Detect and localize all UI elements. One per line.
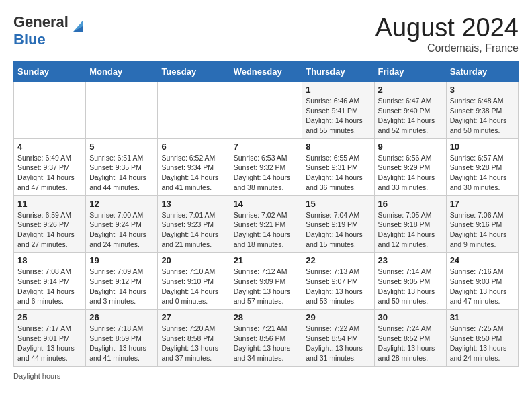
- calendar-cell: 9Sunrise: 6:56 AMSunset: 9:29 PMDaylight…: [374, 138, 446, 195]
- day-number: 31: [450, 312, 515, 322]
- calendar-day-header: Thursday: [302, 62, 374, 82]
- calendar-cell: 21Sunrise: 7:12 AMSunset: 9:09 PMDayligh…: [230, 253, 302, 310]
- daylight-label: Daylight hours: [13, 372, 60, 380]
- calendar-cell: 27Sunrise: 7:20 AMSunset: 8:58 PMDayligh…: [158, 310, 230, 367]
- day-info: Sunrise: 7:10 AMSunset: 9:10 PMDaylight:…: [161, 267, 226, 306]
- calendar-cell: 1Sunrise: 6:46 AMSunset: 9:41 PMDaylight…: [302, 82, 374, 139]
- day-info: Sunrise: 6:57 AMSunset: 9:28 PMDaylight:…: [450, 153, 515, 193]
- calendar-cell: 22Sunrise: 7:13 AMSunset: 9:07 PMDayligh…: [302, 253, 374, 310]
- calendar-cell: 24Sunrise: 7:16 AMSunset: 9:03 PMDayligh…: [446, 253, 518, 310]
- day-info: Sunrise: 6:59 AMSunset: 9:26 PMDaylight:…: [17, 210, 82, 250]
- day-info: Sunrise: 7:02 AMSunset: 9:21 PMDaylight:…: [234, 210, 299, 250]
- calendar-cell: 23Sunrise: 7:14 AMSunset: 9:05 PMDayligh…: [374, 253, 446, 310]
- calendar-week-row: 25Sunrise: 7:17 AMSunset: 9:01 PMDayligh…: [14, 310, 519, 367]
- day-info: Sunrise: 7:24 AMSunset: 8:52 PMDaylight:…: [378, 324, 443, 363]
- calendar-week-row: 4Sunrise: 6:49 AMSunset: 9:37 PMDaylight…: [14, 138, 519, 195]
- day-info: Sunrise: 6:53 AMSunset: 9:32 PMDaylight:…: [234, 153, 299, 193]
- day-number: 20: [161, 255, 226, 265]
- calendar-cell: 11Sunrise: 6:59 AMSunset: 9:26 PMDayligh…: [14, 195, 86, 253]
- day-info: Sunrise: 7:20 AMSunset: 8:58 PMDaylight:…: [161, 324, 226, 363]
- day-number: 14: [234, 199, 299, 209]
- day-info: Sunrise: 7:00 AMSunset: 9:24 PMDaylight:…: [89, 210, 154, 250]
- calendar-table: SundayMondayTuesdayWednesdayThursdayFrid…: [13, 61, 519, 367]
- calendar-day-header: Wednesday: [230, 62, 302, 82]
- day-number: 23: [378, 255, 443, 265]
- day-info: Sunrise: 7:13 AMSunset: 9:07 PMDaylight:…: [306, 267, 370, 306]
- calendar-cell: 19Sunrise: 7:09 AMSunset: 9:12 PMDayligh…: [86, 253, 158, 310]
- day-info: Sunrise: 7:06 AMSunset: 9:16 PMDaylight:…: [450, 210, 515, 250]
- calendar-cell: [86, 82, 158, 139]
- day-number: 7: [234, 142, 299, 152]
- calendar-cell: [230, 82, 302, 139]
- calendar-week-row: 11Sunrise: 6:59 AMSunset: 9:26 PMDayligh…: [14, 195, 519, 253]
- day-info: Sunrise: 7:17 AMSunset: 9:01 PMDaylight:…: [17, 324, 82, 363]
- calendar-cell: 13Sunrise: 7:01 AMSunset: 9:23 PMDayligh…: [158, 195, 230, 253]
- day-number: 2: [378, 85, 443, 95]
- day-info: Sunrise: 7:18 AMSunset: 8:59 PMDaylight:…: [89, 324, 154, 363]
- calendar-cell: 3Sunrise: 6:48 AMSunset: 9:38 PMDaylight…: [446, 82, 518, 139]
- day-number: 6: [161, 142, 226, 152]
- calendar-cell: 28Sunrise: 7:21 AMSunset: 8:56 PMDayligh…: [230, 310, 302, 367]
- calendar-cell: 31Sunrise: 7:25 AMSunset: 8:50 PMDayligh…: [446, 310, 518, 367]
- day-number: 13: [161, 199, 226, 209]
- day-number: 28: [234, 312, 299, 322]
- day-info: Sunrise: 6:55 AMSunset: 9:31 PMDaylight:…: [306, 153, 370, 193]
- calendar-week-row: 1Sunrise: 6:46 AMSunset: 9:41 PMDaylight…: [14, 82, 519, 139]
- day-number: 17: [450, 199, 515, 209]
- logo-text: General Blue: [13, 13, 69, 48]
- logo-blue: Blue: [13, 31, 46, 48]
- calendar-cell: 6Sunrise: 6:52 AMSunset: 9:34 PMDaylight…: [158, 138, 230, 195]
- day-number: 27: [161, 312, 226, 322]
- calendar-cell: [158, 82, 230, 139]
- day-number: 30: [378, 312, 443, 322]
- logo-general: General: [13, 13, 69, 30]
- day-info: Sunrise: 7:05 AMSunset: 9:18 PMDaylight:…: [378, 210, 443, 250]
- day-info: Sunrise: 6:51 AMSunset: 9:35 PMDaylight:…: [89, 153, 154, 193]
- day-number: 1: [306, 85, 370, 95]
- day-info: Sunrise: 6:49 AMSunset: 9:37 PMDaylight:…: [17, 153, 82, 193]
- calendar-week-row: 18Sunrise: 7:08 AMSunset: 9:14 PMDayligh…: [14, 253, 519, 310]
- day-number: 26: [89, 312, 154, 322]
- calendar-cell: 29Sunrise: 7:22 AMSunset: 8:54 PMDayligh…: [302, 310, 374, 367]
- calendar-day-header: Monday: [86, 62, 158, 82]
- day-info: Sunrise: 6:56 AMSunset: 9:29 PMDaylight:…: [378, 153, 443, 193]
- day-info: Sunrise: 6:46 AMSunset: 9:41 PMDaylight:…: [306, 96, 370, 136]
- calendar-day-header: Tuesday: [158, 62, 230, 82]
- day-number: 12: [89, 199, 154, 209]
- day-number: 8: [306, 142, 370, 152]
- day-info: Sunrise: 7:04 AMSunset: 9:19 PMDaylight:…: [306, 210, 370, 250]
- calendar-cell: 14Sunrise: 7:02 AMSunset: 9:21 PMDayligh…: [230, 195, 302, 253]
- calendar-cell: 8Sunrise: 6:55 AMSunset: 9:31 PMDaylight…: [302, 138, 374, 195]
- day-number: 15: [306, 199, 370, 209]
- month-year-title: August 2024: [375, 13, 519, 42]
- day-number: 21: [234, 255, 299, 265]
- day-info: Sunrise: 7:21 AMSunset: 8:56 PMDaylight:…: [234, 324, 299, 363]
- day-info: Sunrise: 6:48 AMSunset: 9:38 PMDaylight:…: [450, 96, 515, 136]
- day-number: 18: [17, 255, 82, 265]
- calendar-footer: Daylight hours: [13, 372, 519, 380]
- calendar-cell: 16Sunrise: 7:05 AMSunset: 9:18 PMDayligh…: [374, 195, 446, 253]
- day-info: Sunrise: 7:01 AMSunset: 9:23 PMDaylight:…: [161, 210, 226, 250]
- day-info: Sunrise: 7:09 AMSunset: 9:12 PMDaylight:…: [89, 267, 154, 306]
- day-info: Sunrise: 6:47 AMSunset: 9:40 PMDaylight:…: [378, 96, 443, 136]
- calendar-cell: 25Sunrise: 7:17 AMSunset: 9:01 PMDayligh…: [14, 310, 86, 367]
- logo: General Blue: [13, 13, 85, 48]
- daylight-legend: Daylight hours: [13, 372, 60, 380]
- day-info: Sunrise: 7:08 AMSunset: 9:14 PMDaylight:…: [17, 267, 82, 306]
- logo-arrow-icon: [71, 19, 85, 34]
- day-info: Sunrise: 7:25 AMSunset: 8:50 PMDaylight:…: [450, 324, 515, 363]
- calendar-header-row: SundayMondayTuesdayWednesdayThursdayFrid…: [14, 62, 519, 82]
- day-number: 16: [378, 199, 443, 209]
- calendar-cell: 4Sunrise: 6:49 AMSunset: 9:37 PMDaylight…: [14, 138, 86, 195]
- day-number: 3: [450, 85, 515, 95]
- calendar-cell: 7Sunrise: 6:53 AMSunset: 9:32 PMDaylight…: [230, 138, 302, 195]
- calendar-day-header: Saturday: [446, 62, 518, 82]
- calendar-cell: 26Sunrise: 7:18 AMSunset: 8:59 PMDayligh…: [86, 310, 158, 367]
- calendar-cell: 20Sunrise: 7:10 AMSunset: 9:10 PMDayligh…: [158, 253, 230, 310]
- day-number: 22: [306, 255, 370, 265]
- day-number: 19: [89, 255, 154, 265]
- calendar-cell: 15Sunrise: 7:04 AMSunset: 9:19 PMDayligh…: [302, 195, 374, 253]
- page-header: General Blue August 2024 Cordemais, Fran…: [13, 13, 519, 54]
- day-number: 4: [17, 142, 82, 152]
- location-subtitle: Cordemais, France: [375, 42, 519, 54]
